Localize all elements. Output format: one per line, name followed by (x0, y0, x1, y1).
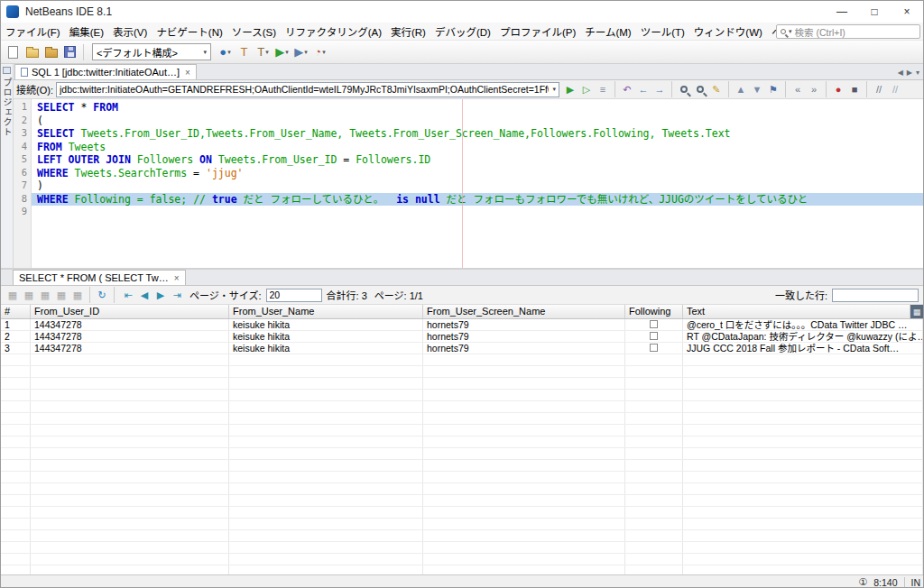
macro-record-icon[interactable]: ● (830, 81, 846, 97)
new-project-icon[interactable] (23, 42, 42, 62)
prev-bookmark-icon[interactable]: ▲ (733, 81, 749, 97)
table-cell[interactable] (1, 390, 31, 400)
table-cell[interactable] (625, 495, 683, 506)
column-header[interactable]: Text (683, 305, 910, 318)
table-cell[interactable] (1, 460, 31, 471)
table-cell[interactable] (625, 401, 683, 412)
table-cell[interactable]: hornets79 (423, 319, 625, 330)
table-cell[interactable] (229, 542, 423, 553)
tab-close-icon[interactable]: × (185, 68, 190, 78)
table-row[interactable] (1, 401, 923, 413)
table-cell[interactable] (683, 472, 923, 482)
table-row[interactable] (1, 413, 923, 425)
search-scope-dropdown-icon[interactable]: ▾ (789, 28, 792, 35)
table-cell[interactable] (683, 448, 923, 459)
menu-item[interactable]: ソース(S) (227, 23, 281, 41)
table-cell[interactable] (31, 354, 229, 365)
table-cell[interactable] (31, 472, 229, 482)
code-line[interactable]: ) (32, 179, 923, 193)
table-row[interactable] (1, 495, 923, 507)
menu-item[interactable]: プロファイル(P) (495, 23, 580, 41)
forward-icon[interactable]: → (651, 81, 668, 97)
menu-item[interactable]: 編集(E) (65, 23, 108, 41)
table-cell[interactable] (229, 448, 423, 459)
table-row[interactable] (1, 472, 923, 483)
prev-page-icon[interactable]: ◀ (136, 287, 152, 303)
table-cell[interactable] (31, 507, 229, 518)
table-cell[interactable] (683, 425, 923, 436)
table-cell[interactable] (683, 354, 923, 365)
table-cell[interactable] (229, 530, 423, 541)
table-cell[interactable] (625, 565, 683, 574)
customize-columns-icon[interactable]: ▦ (910, 305, 923, 318)
table-row[interactable] (1, 565, 923, 574)
next-bookmark-icon[interactable]: ▼ (749, 81, 765, 97)
table-cell[interactable] (31, 460, 229, 471)
table-cell[interactable] (625, 354, 683, 365)
table-cell[interactable] (625, 483, 683, 494)
table-cell[interactable] (625, 530, 683, 541)
table-cell[interactable] (625, 460, 683, 471)
table-cell[interactable] (1, 542, 31, 553)
menu-item[interactable]: ウィンドウ(W) (689, 23, 767, 41)
table-row[interactable] (1, 507, 923, 519)
table-cell[interactable] (1, 507, 31, 518)
table-row[interactable] (1, 390, 923, 401)
code-line[interactable]: LEFT OUTER JOIN Followers ON Tweets.From… (32, 153, 923, 167)
table-cell[interactable] (1, 495, 31, 506)
table-cell[interactable] (31, 519, 229, 529)
table-cell[interactable] (229, 436, 423, 447)
table-cell[interactable] (1, 425, 31, 436)
toggle-highlight-icon[interactable]: ✎ (708, 81, 725, 97)
table-cell[interactable] (683, 542, 923, 553)
remote-platform-icon[interactable]: ●▾ (216, 42, 235, 62)
table-cell[interactable]: 144347278 (31, 319, 229, 330)
table-cell[interactable]: hornets79 (423, 343, 625, 354)
cancel-edits-icon[interactable]: ▦ (53, 287, 69, 303)
table-cell[interactable] (229, 507, 423, 518)
table-cell[interactable] (423, 472, 625, 482)
table-row[interactable] (1, 448, 923, 460)
refresh-records-icon[interactable]: ↻ (94, 287, 110, 303)
table-cell[interactable]: keisuke hikita (229, 343, 423, 354)
table-cell[interactable] (625, 413, 683, 424)
table-cell[interactable] (683, 413, 923, 424)
close-button[interactable]: × (891, 1, 923, 23)
maximize-button[interactable]: □ (858, 1, 891, 23)
projects-collapsed-strip[interactable]: プロジェクト (1, 64, 14, 268)
table-cell[interactable] (683, 366, 923, 377)
table-cell[interactable] (1, 413, 31, 424)
shift-left-icon[interactable]: « (790, 81, 806, 97)
find-selection-icon[interactable] (676, 81, 692, 97)
table-cell[interactable] (1, 366, 31, 377)
table-cell[interactable]: keisuke hikita (229, 331, 423, 342)
table-cell[interactable] (423, 495, 625, 506)
table-cell[interactable] (683, 436, 923, 447)
table-cell[interactable] (683, 554, 923, 565)
table-cell[interactable] (31, 390, 229, 400)
table-row[interactable] (1, 519, 923, 530)
search-box[interactable]: ▾ 検索 (Ctrl+I) (776, 24, 920, 39)
toggle-bookmark-icon[interactable]: ⚑ (765, 81, 781, 97)
matched-rows-input[interactable] (832, 289, 919, 302)
table-cell[interactable] (31, 565, 229, 574)
table-cell[interactable] (625, 390, 683, 400)
table-cell[interactable] (683, 378, 923, 389)
table-cell[interactable] (31, 542, 229, 553)
tab-list-icon[interactable]: ▾ (916, 69, 919, 77)
column-header[interactable]: From_User_Name (229, 305, 423, 318)
table-cell[interactable]: RT @CDataJapan: 技術ディレクター @kuwazzy (によ… (683, 331, 923, 342)
table-cell[interactable] (625, 343, 683, 354)
table-cell[interactable] (625, 507, 683, 518)
table-cell[interactable] (683, 460, 923, 471)
table-row[interactable]: 1144347278keisuke hikitahornets79@cero_t… (1, 319, 923, 331)
table-cell[interactable] (625, 319, 683, 330)
tab-scroll-left-icon[interactable]: ◀ (898, 69, 903, 77)
menu-item[interactable]: 実行(R) (386, 23, 430, 41)
insert-record-icon[interactable]: ▦ (5, 287, 21, 303)
table-cell[interactable] (229, 366, 423, 377)
first-page-icon[interactable]: ⇤ (120, 287, 136, 303)
table-row[interactable] (1, 366, 923, 378)
table-cell[interactable] (625, 378, 683, 389)
code-line[interactable]: WHERE Tweets.SearchTerms = 'jjug' (32, 167, 923, 180)
